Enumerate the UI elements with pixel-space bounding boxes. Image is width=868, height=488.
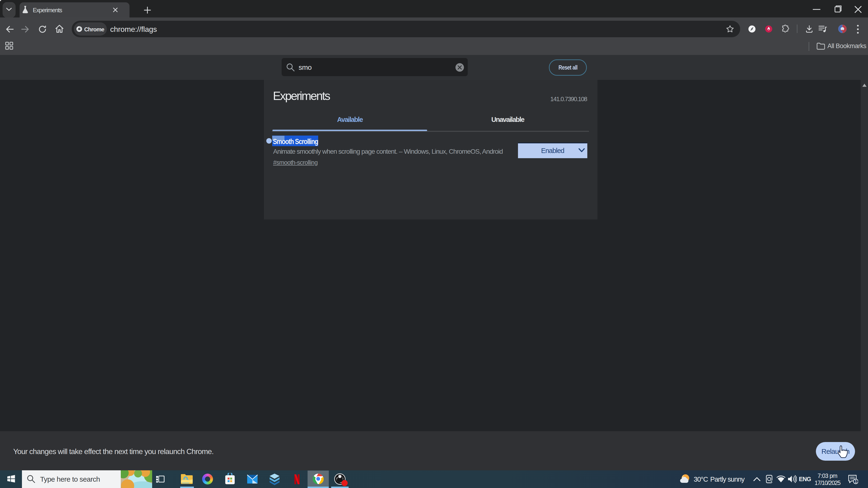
svg-text:1: 1 [854,479,857,484]
